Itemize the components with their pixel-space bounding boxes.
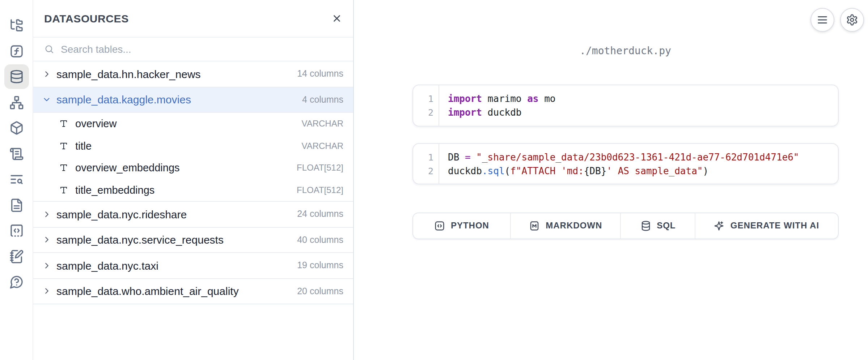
hamburger-menu-icon [816,14,828,26]
column-count: 40 columns [297,235,343,245]
notebook-pen-icon [9,249,24,263]
type-icon [59,164,68,172]
generate-with-ai-button[interactable]: GENERATE WITH AI [695,213,838,238]
function-square-icon [9,44,24,58]
gear-icon [846,14,858,26]
table-row[interactable]: sample_data.nyc.rideshare24 columns [33,202,353,227]
chevron-right-icon [43,262,51,270]
column-count: 24 columns [297,209,343,219]
table-row[interactable]: sample_data.who.ambient_air_quality20 co… [33,279,353,304]
table-row[interactable]: sample_data.nyc.taxi19 columns [33,253,353,279]
sidebar-item-datasources[interactable] [4,64,29,89]
table-name: sample_data.nyc.service_requests [56,234,224,246]
chevron-right-icon [43,210,51,218]
search-input[interactable] [61,43,342,55]
chevron-right-icon [43,70,51,78]
table-name: sample_data.hn.hacker_news [56,68,201,80]
type-icon [59,186,68,194]
sidebar-item-scratchpad[interactable] [4,244,29,269]
column-type: FLOAT[512] [297,185,343,195]
line-numbers: 12 [413,85,439,125]
notebook-area: ./motherduck.py 12 import marimo as moim… [353,0,868,360]
app-window: DATASOURCES sample_data.hn.hacker_news14… [0,0,868,360]
table-row[interactable]: sample_data.nyc.service_requests40 colum… [33,227,353,253]
column-type: FLOAT[512] [297,163,343,173]
column-count: 20 columns [297,286,343,296]
column-row[interactable]: overviewVARCHAR [33,113,353,135]
panel-title: DATASOURCES [44,12,129,25]
code-cell-editor[interactable]: DB = "_share/sample_data/23b0d623-1361-4… [439,143,838,183]
chevron-right-icon [43,236,51,244]
sidebar-item-packages[interactable] [4,116,29,140]
table-search [33,38,353,61]
sidebar-item-documentation[interactable] [4,193,29,217]
package-box-icon [9,121,24,135]
sparkles-icon [714,220,725,231]
markdown-icon [529,220,540,231]
code-line: DB = "_share/sample_data/23b0d623-1361-4… [448,150,838,164]
code-line: duckdb.sql(f"ATTACH 'md:{DB}' AS sample_… [448,164,838,178]
network-icon [9,95,24,110]
sidebar-item-tracebacks[interactable] [4,167,29,192]
line-number: 1 [413,150,433,164]
database-icon [9,69,24,84]
chevron-down-icon [43,96,51,104]
code-cell[interactable]: 12 DB = "_share/sample_data/23b0d623-136… [412,143,838,184]
button-label: MARKDOWN [546,221,602,231]
line-number: 1 [413,92,433,106]
table-name: sample_data.who.ambient_air_quality [56,285,239,297]
column-row[interactable]: overview_embeddingsFLOAT[512] [33,157,353,179]
column-name: title [75,140,92,152]
database-icon [640,220,651,231]
panel-header: DATASOURCES [33,0,353,38]
help-question-icon [9,275,24,289]
column-count: 19 columns [297,261,343,271]
column-row[interactable]: title_embeddingsFLOAT[512] [33,179,353,201]
table-columns-group: overviewVARCHARtitleVARCHARoverview_embe… [33,113,353,202]
code-cell-editor[interactable]: import marimo as moimport duckdb [439,85,838,125]
add-cell-bar: PYTHON MARKDOWN SQL GENERATE WITH AI [412,213,838,239]
code-square-icon [434,220,445,231]
button-label: PYTHON [451,221,489,231]
file-text-icon [9,198,24,212]
add-markdown-cell-button[interactable]: MARKDOWN [511,213,621,238]
sidebar-item-snippets[interactable] [4,218,29,243]
settings-button[interactable] [840,8,864,32]
folder-tree-icon [9,18,24,33]
column-name: title_embeddings [75,184,154,196]
sidebar-item-functions[interactable] [4,39,29,63]
line-number: 2 [413,106,433,119]
table-row[interactable]: sample_data.kaggle.movies4 columns [33,87,353,113]
sidebar-item-dependencies[interactable] [4,90,29,115]
column-name: overview_embeddings [75,162,180,174]
top-actions [810,8,864,32]
code-line: import marimo as mo [448,92,838,106]
table-name: sample_data.nyc.rideshare [56,208,187,220]
add-sql-cell-button[interactable]: SQL [621,213,695,238]
add-python-cell-button[interactable]: PYTHON [413,213,511,238]
notebook-filename[interactable]: ./motherduck.py [412,45,838,56]
sidebar-item-file-tree[interactable] [4,13,29,38]
text-search-icon [9,172,24,187]
notebook-menu-button[interactable] [810,8,834,32]
column-type: VARCHAR [301,141,343,151]
column-count: 4 columns [302,95,343,105]
scroll-text-icon [9,146,24,161]
button-label: GENERATE WITH AI [731,221,819,231]
column-type: VARCHAR [301,119,343,129]
code-cell[interactable]: 12 import marimo as moimport duckdb [412,84,838,126]
sidebar-item-logs[interactable] [4,141,29,166]
type-icon [59,142,68,150]
chevron-right-icon [43,287,51,295]
code-line: import duckdb [448,106,838,119]
line-numbers: 12 [413,143,439,183]
table-row[interactable]: sample_data.hn.hacker_news14 columns [33,61,353,87]
code-snippet-icon [9,223,24,238]
close-icon[interactable] [331,13,342,24]
sidebar-item-help[interactable] [4,270,29,294]
column-row[interactable]: titleVARCHAR [33,135,353,157]
column-name: overview [75,118,117,130]
type-icon [59,120,68,128]
datasources-panel: DATASOURCES sample_data.hn.hacker_news14… [33,0,353,360]
activity-rail [0,0,33,360]
